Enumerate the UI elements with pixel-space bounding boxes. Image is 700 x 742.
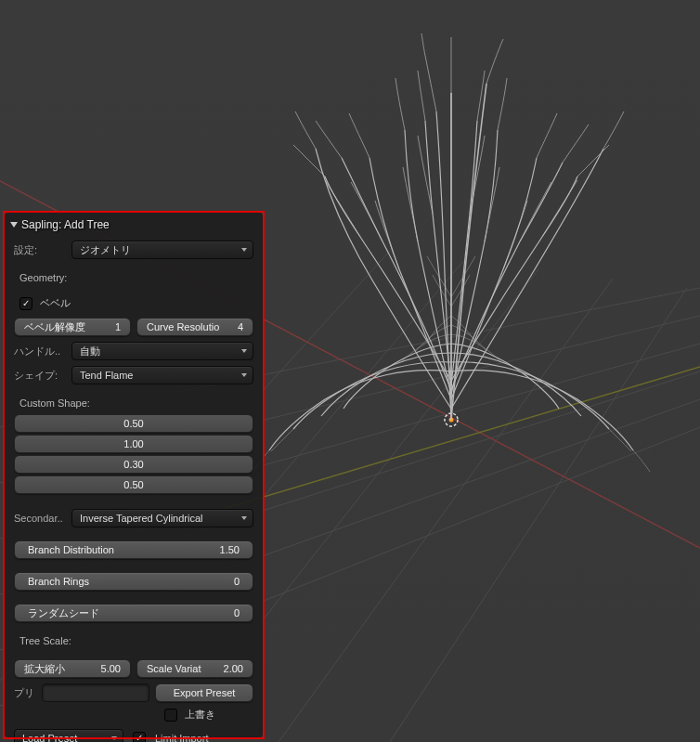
geometry-label: Geometry:	[19, 272, 253, 283]
scale-variation-field[interactable]: Scale Variat 2.00	[136, 659, 253, 678]
limit-import-label: Limit Import	[155, 733, 208, 742]
shape-label: シェイプ:	[14, 369, 66, 383]
overwrite-checkbox[interactable]	[164, 709, 177, 722]
curve-resolution-field[interactable]: Curve Resolutio 4	[136, 318, 253, 336]
custom-shape-3[interactable]: 0.50	[14, 475, 253, 494]
panel-header[interactable]: Sapling: Add Tree	[10, 218, 253, 231]
load-preset-dropdown[interactable]: Load Preset	[14, 729, 123, 742]
limit-import-checkbox[interactable]	[133, 732, 146, 742]
branch-distribution-field[interactable]: Branch Distribution 1.50	[14, 540, 253, 559]
operator-panel: Sapling: Add Tree 設定: ジオメトリ Geometry: ベベ…	[5, 213, 263, 737]
custom-shape-0[interactable]: 0.50	[14, 414, 253, 433]
bevel-checkbox[interactable]	[19, 297, 32, 310]
preset-label: プリ	[14, 686, 36, 700]
svg-line-8	[279, 279, 613, 742]
custom-shape-1[interactable]: 1.00	[14, 435, 253, 453]
random-seed-field[interactable]: ランダムシード 0	[14, 604, 253, 622]
panel-title: Sapling: Add Tree	[21, 218, 110, 231]
custom-shape-label: Custom Shape:	[19, 397, 253, 409]
handle-dropdown[interactable]: 自動	[71, 342, 253, 360]
scale-field[interactable]: 拡大縮小 5.00	[14, 659, 131, 678]
preset-name-input[interactable]	[42, 683, 149, 702]
custom-shape-2[interactable]: 0.30	[14, 455, 253, 474]
svg-line-12	[186, 367, 700, 520]
export-preset-button[interactable]: Export Preset	[155, 683, 253, 702]
secondary-dropdown[interactable]: Inverse Tapered Cylindrical	[71, 509, 253, 527]
settings-dropdown[interactable]: ジオメトリ	[71, 241, 253, 259]
shape-dropdown[interactable]: Tend Flame	[71, 366, 253, 384]
settings-label: 設定:	[14, 243, 66, 257]
bevel-label: ベベル	[40, 296, 71, 310]
tree-scale-label: Tree Scale:	[19, 635, 253, 646]
overwrite-label: 上書き	[185, 708, 215, 722]
secondary-label: Secondar..	[14, 513, 66, 524]
collapse-icon	[10, 222, 18, 228]
svg-line-9	[390, 288, 687, 742]
handle-label: ハンドル..	[14, 345, 66, 358]
branch-rings-field[interactable]: Branch Rings 0	[14, 572, 253, 591]
bevel-resolution-field[interactable]: ベベル解像度 1	[14, 318, 131, 336]
